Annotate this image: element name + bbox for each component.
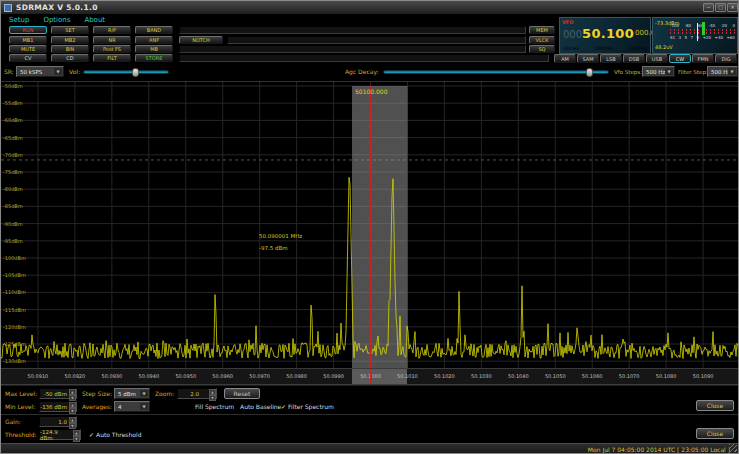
filter-spectrum-checkbox[interactable]: ✓Filter Spectrum — [281, 403, 334, 410]
menu-options[interactable]: Options — [43, 16, 70, 24]
toolbar-button-band[interactable]: BAND — [135, 26, 173, 34]
toolbar-button-anf[interactable]: ANF — [135, 36, 173, 44]
y-axis-label: -100dBm — [3, 255, 26, 261]
display-strip — [179, 45, 526, 53]
y-axis-label: -65dBm — [3, 135, 23, 141]
reset-button[interactable]: Reset — [224, 388, 260, 399]
auto-threshold-checkbox[interactable]: ✓Auto Threshold — [89, 431, 141, 438]
mode-button-lsb[interactable]: LSB — [600, 54, 622, 63]
mode-button-dig[interactable]: DIG — [715, 54, 737, 63]
toolbar-button-filt[interactable]: FILT — [93, 54, 131, 62]
x-axis-label: 50.0950 — [171, 373, 201, 379]
x-axis-label: 50.0940 — [134, 373, 164, 379]
fill-spectrum-checkbox[interactable]: ✓Fill Spectrum — [188, 403, 234, 410]
close-spectrum-panel-button[interactable]: Close — [696, 400, 734, 411]
filter-step-select[interactable]: 500 Hz ▼ — [707, 66, 738, 77]
sample-rate-label: SR: — [4, 68, 14, 75]
min-level-label: Min Level: — [5, 403, 35, 410]
averages-value: 4 — [118, 404, 122, 410]
toolbar-button-run[interactable]: RUN — [9, 26, 47, 34]
x-axis-label: 50.0920 — [60, 373, 90, 379]
close-window-button[interactable]: ✕ — [727, 3, 738, 12]
toolbar-button-bin[interactable]: BIN — [51, 45, 89, 53]
min-level-value: -136 dBm — [40, 404, 67, 410]
toolbar-button-notch[interactable]: NOTCH — [179, 36, 223, 44]
y-axis-label: -120dBm — [3, 324, 26, 330]
menu-setup[interactable]: Setup — [9, 16, 29, 24]
averages-label: Averages: — [82, 403, 112, 410]
toolbar-button-nr[interactable]: NR — [93, 36, 131, 44]
spinner-arrows-icon[interactable]: ▲▼ — [69, 402, 76, 411]
toolbar-button-mem[interactable]: MEM — [529, 26, 555, 34]
vfo-steps-select[interactable]: 500 Hz ▼ — [642, 66, 675, 77]
zoom-spinner[interactable]: 2.0 ▲▼ — [177, 388, 217, 399]
toolbar-button-mb1[interactable]: MB1 — [9, 36, 47, 44]
mode-button-am[interactable]: AM — [554, 54, 576, 63]
chevron-down-icon: ▼ — [728, 68, 736, 75]
toolbar-button-set[interactable]: SET — [51, 26, 89, 34]
x-axis-label: 50.1070 — [614, 373, 644, 379]
chevron-down-icon: ▼ — [665, 68, 673, 75]
gain-spinner[interactable]: 1.0 ▲▼ — [39, 416, 77, 427]
mode-button-cw[interactable]: CW — [669, 54, 691, 63]
spinner-arrows-icon[interactable]: ▲▼ — [69, 417, 76, 426]
toolbar-button-vlck[interactable]: VLCK — [529, 36, 555, 44]
resize-grip-icon[interactable] — [729, 444, 737, 452]
toolbar-button-cd[interactable]: CD — [51, 54, 89, 62]
y-axis-label: -75dBm — [3, 169, 23, 175]
x-axis-label: 50.0970 — [245, 373, 275, 379]
mode-button-fmn[interactable]: FMN — [692, 54, 714, 63]
vfo-steps-label: Vfo Steps: — [614, 69, 642, 75]
toolbar-button-mute[interactable]: MUTE — [9, 45, 47, 53]
toolbar-button-r-p[interactable]: R/P — [93, 26, 131, 34]
spectrum-display[interactable]: 50100.00050.090001 MHz-97.5 dBm-50dBm-55… — [1, 81, 739, 368]
agc-decay-slider-handle[interactable] — [586, 68, 593, 77]
averages-select[interactable]: 4 ▼ — [114, 401, 150, 412]
max-level-spinner[interactable]: -50 dBm ▲▼ — [39, 388, 77, 399]
minimize-button[interactable]: ─ — [703, 3, 714, 12]
toolbar-button-cv[interactable]: CV — [9, 54, 47, 62]
close-threshold-panel-button[interactable]: Close — [696, 428, 734, 439]
toolbar-button-store[interactable]: STORE — [135, 54, 173, 62]
zoom-label: Zoom: — [155, 390, 174, 397]
menu-about[interactable]: About — [84, 16, 105, 24]
step-size-value: 5 dBm — [118, 391, 136, 397]
meter-microvolt-readout: 48.2uV — [655, 44, 673, 50]
toolbar-button-post-fs[interactable]: Post FS — [93, 45, 131, 53]
volume-slider-handle[interactable] — [132, 68, 139, 77]
mode-button-dsb[interactable]: DSB — [623, 54, 645, 63]
toolbar-button-mb2[interactable]: MB2 — [51, 36, 89, 44]
auto-baseline-checkbox[interactable]: ✓Auto Baseline — [233, 403, 281, 410]
x-axis-label: 50.0960 — [208, 373, 238, 379]
vfo-frequency-display[interactable]: VFO 000 50.100 000.0 500 Hz 1000 Hz 1500… — [559, 17, 651, 54]
mode-button-usb[interactable]: USB — [646, 54, 668, 63]
min-level-spinner[interactable]: -136 dBm ▲▼ — [39, 401, 77, 412]
y-axis-label: -125dBm — [3, 341, 26, 347]
sample-rate-select[interactable]: 50 kSPS ▼ — [16, 66, 64, 77]
spinner-arrows-icon[interactable]: ▲▼ — [209, 389, 216, 398]
status-bar: Mon Jul 7 04:05:00 2014 UTC [ 23:05:00 L… — [1, 443, 739, 454]
agc-decay-slider[interactable] — [383, 70, 609, 74]
volume-slider[interactable] — [83, 70, 169, 74]
x-axis-label: 50.1050 — [540, 373, 570, 379]
meter-scale-tick-label: -80 — [685, 23, 692, 28]
maximize-button[interactable]: □ — [715, 3, 726, 12]
title-bar[interactable]: SDRMAX V 5.0.1.0 ─ □ ✕ — [1, 1, 738, 15]
spinner-arrows-icon[interactable]: ▲▼ — [69, 389, 76, 398]
x-axis-label: 50.1090 — [688, 373, 718, 379]
s-meter: -73.3dBm 48.2uV -100-80-60-40-200 S13579… — [652, 17, 738, 54]
step-size-select[interactable]: 5 dBm ▼ — [114, 388, 150, 399]
mode-button-sam[interactable]: SAM — [577, 54, 599, 63]
spinner-arrows-icon[interactable]: ▲▼ — [73, 430, 80, 439]
threshold-spinner[interactable]: -124.9 dBm ▲▼ — [39, 429, 81, 440]
filter-low-value: 500 Hz — [563, 46, 579, 51]
toolbar-button-mb[interactable]: MB — [135, 45, 173, 53]
x-axis-label: 50.1020 — [429, 373, 459, 379]
y-axis-label: -50dBm — [3, 83, 23, 89]
checkmark-icon: ✓ — [89, 431, 94, 438]
toolbar-button-sq[interactable]: SQ — [529, 45, 555, 53]
display-strip — [227, 36, 526, 44]
step-size-label: Step Size: — [82, 390, 112, 397]
meter-scale-tick-label: 3 — [679, 35, 682, 40]
marker-level-annotation: -97.5 dBm — [259, 245, 288, 251]
